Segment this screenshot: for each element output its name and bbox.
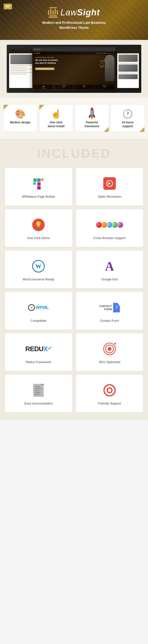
card-seo: SEO Optimized (76, 333, 144, 371)
one-click-demo-label: One Click Demo (10, 236, 68, 240)
lifeguard-icon-wrap (103, 384, 116, 396)
woocommerce-label: WooCommerce Ready (10, 278, 68, 281)
card-wpbakery: WPBakery Page Builder (5, 168, 72, 206)
browser-circle-1 (96, 222, 102, 228)
redux-x: X (43, 345, 48, 352)
tagline: Modern and Professional Law Business Wor… (5, 20, 143, 30)
friendly-support-label: Friendly Support (81, 402, 139, 405)
doc-line-2 (35, 388, 41, 389)
header-section: WP LawSight Modern and Professional Law … (0, 0, 148, 40)
feature-card-powerful: 🚀 Powerfulframework (75, 105, 109, 132)
lifeguard-svg (103, 384, 116, 396)
feature-card-one-click: ☝ One clickdemo install (39, 105, 73, 132)
feature-card-modern-design: 🎨 Modern design (3, 105, 37, 132)
redux-icon: REDUX✓ (25, 345, 52, 353)
wp-w-letter: W (35, 263, 41, 270)
wpml-circle: Q (28, 304, 35, 311)
svg-rect-4 (37, 186, 41, 190)
cross-browser-icon-area (81, 216, 139, 233)
slider-rev-icon-area (81, 175, 139, 192)
svg-rect-9 (108, 384, 111, 396)
wpml-icon-area: Q WPML (10, 299, 68, 316)
card-friendly-support: Friendly Support (76, 375, 144, 412)
features-grid: 🎨 Modern design ☝ One clickdemo install … (3, 105, 145, 132)
redux-icon-area: REDUX✓ (10, 340, 68, 357)
doc-line-1 (35, 386, 41, 387)
feature-label-modern: Modern design (6, 121, 35, 124)
preview-area: LawSight Home About Practice Team Contac… (0, 40, 148, 98)
google-font-label: Google font (81, 278, 139, 281)
card-wpml: Q WPML Compatible (5, 292, 72, 330)
wpbakery-label: WPBakery Page Builder (10, 195, 68, 198)
card-woocommerce: W WooCommerce Ready (5, 250, 72, 288)
svg-rect-3 (37, 182, 41, 186)
feature-card-24hours: 🕐 24 hourssupport (111, 105, 145, 132)
touch-icon: ☝ (42, 110, 70, 118)
doc-line-5 (35, 394, 40, 394)
included-section: INCLUDED (0, 139, 148, 168)
easy-doc-label: Easy documentation (10, 402, 68, 405)
clock-icon: 🕐 (113, 110, 142, 118)
cross-browser-label: Cross Browser Support (81, 236, 139, 240)
wpbakery-icon-area (10, 175, 68, 192)
friendly-support-icon-area (81, 382, 139, 399)
svg-rect-0 (33, 178, 37, 182)
browser-circles (96, 222, 124, 228)
feature-label-support: 24 hourssupport (113, 121, 142, 128)
contact-form-icon-area: CONTACT FORM 7 (81, 299, 139, 316)
easy-doc-icon-area (10, 382, 68, 399)
redux-label: Redux Framework (10, 360, 68, 364)
one-click-icon: 💡 (32, 218, 45, 231)
seo-inner-dot (108, 347, 112, 351)
google-font-icon-area: A (81, 258, 139, 275)
rocket-icon: 🚀 (85, 107, 99, 121)
wpml-text: WPML (35, 305, 49, 310)
seo-label: SEO Optimized (81, 360, 139, 364)
doc-icon (33, 384, 44, 397)
card-one-click-demo: 💡 One Click Demo (5, 209, 72, 247)
svg-rect-1 (37, 178, 41, 182)
card-redux: REDUX✓ Redux Framework (5, 333, 72, 371)
accent-tl-2 (39, 105, 44, 110)
included-title: INCLUDED (5, 146, 143, 161)
wpml-icon: Q WPML (28, 304, 49, 311)
doc-line-3 (35, 390, 39, 391)
preview-mockup: LawSight Home About Practice Team Contac… (7, 45, 141, 93)
slider-rev-arrow (108, 182, 111, 185)
slider-rev-inner (106, 180, 113, 187)
contact-form-icon: CONTACT FORM 7 (99, 303, 120, 312)
feature-label-click: One clickdemo install (42, 121, 70, 128)
card-easy-doc: Easy documentation (5, 375, 72, 412)
slider-rev-icon (103, 177, 116, 190)
logo-text: LawSight (60, 8, 100, 18)
card-google-font: A Google font (76, 250, 144, 288)
features-section: 🎨 Modern design ☝ One clickdemo install … (0, 98, 148, 139)
palette-icon: 🎨 (6, 110, 35, 118)
card-contact-form: CONTACT FORM 7 Contact Form (76, 292, 144, 330)
accent-tl (3, 105, 8, 110)
slider-revolution-label: Slider Revolution (81, 195, 139, 198)
google-font-icon: A (105, 259, 114, 274)
contact-form-label: Contact Form (81, 319, 139, 322)
doc-line-4 (35, 392, 41, 393)
svg-rect-5 (33, 182, 36, 185)
card-slider-revolution: Slider Revolution (76, 168, 144, 206)
side-panel-right (117, 50, 139, 88)
woocommerce-icon-area: W (10, 258, 68, 275)
svg-rect-2 (41, 178, 43, 181)
feature-label-framework: Powerfulframework (78, 121, 106, 128)
logo-area: LawSight (5, 7, 143, 18)
included-grid: WPBakery Page Builder Slider Revolution … (0, 168, 148, 420)
card-cross-browser: Cross Browser Support (76, 209, 144, 247)
wpml-label: Compatible (10, 319, 68, 322)
one-click-icon-area: 💡 (10, 216, 68, 233)
wpbakery-svg (32, 177, 45, 190)
seo-icon-area (81, 340, 139, 357)
wp-w-icon: W (32, 260, 45, 272)
pillar-icon (48, 7, 58, 18)
mockup-browser: LawSight Home About Practice Team Contac… (32, 47, 116, 90)
seo-target-icon (103, 343, 116, 355)
